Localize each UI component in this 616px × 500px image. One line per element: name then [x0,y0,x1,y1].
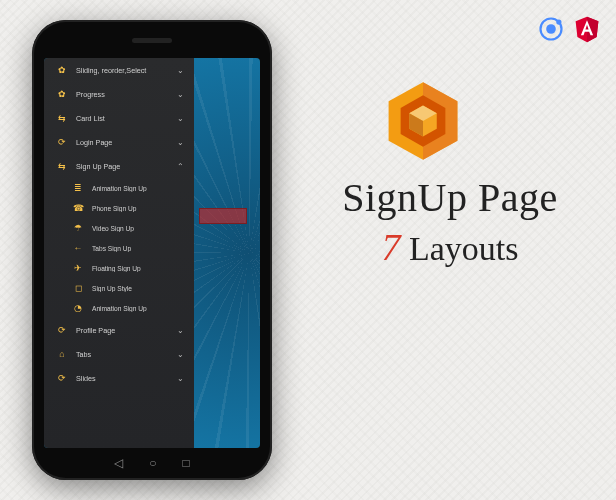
home-icon: ⌂ [56,349,68,359]
chevron-down-icon: ⌄ [177,350,184,359]
submenu-item-label: Video Sign Up [92,225,184,232]
svg-point-2 [556,19,561,24]
menu-item-label: Tabs [76,350,169,359]
phone-speaker [132,38,172,43]
chevron-down-icon: ⌄ [177,66,184,75]
marketing-title: SignUp Page 7 Layouts [310,174,590,269]
chevron-down-icon: ⌄ [177,114,184,123]
chevron-down-icon: ⌄ [177,90,184,99]
back-icon[interactable]: ◁ [114,456,123,470]
navigation-drawer[interactable]: ✿ Sliding, reorder,Select ⌄ ✿ Progress ⌄… [44,58,194,448]
submenu-item-label: Phone Sign Up [92,205,184,212]
submenu-item-video-signup[interactable]: ☂ Video Sign Up [44,218,194,238]
menu-item-label: Sliding, reorder,Select [76,66,169,75]
clock-icon: ◔ [72,303,84,313]
submenu-item-label: Sign Up Style [92,285,184,292]
refresh-icon: ⟳ [56,373,68,383]
menu-item-label: Login Page [76,138,169,147]
submenu-item-label: Animation Sign Up [92,185,184,192]
submenu-item-label: Animation Sign Up [92,305,184,312]
arrow-left-icon: ← [72,243,84,253]
submenu-item-tabs-signup[interactable]: ← Tabs Sign Up [44,238,194,258]
chevron-up-icon: ⌃ [177,162,184,171]
submenu-item-label: Floating Sign Up [92,265,184,272]
menu-item-signup-page[interactable]: ⇆ Sign Up Page ⌃ [44,154,194,178]
android-nav-bar: ◁ ○ □ [114,456,190,470]
list-icon: ≣ [72,183,84,193]
chevron-down-icon: ⌄ [177,374,184,383]
submenu-item-animation-signup-2[interactable]: ◔ Animation Sign Up [44,298,194,318]
menu-item-label: Card List [76,114,169,123]
menu-item-label: Slides [76,374,169,383]
submenu-item-label: Tabs Sign Up [92,245,184,252]
flower-icon: ✿ [56,89,68,99]
refresh-icon: ⟳ [56,325,68,335]
ionic-logo-icon [536,14,566,44]
phone-mockup: ✿ Sliding, reorder,Select ⌄ ✿ Progress ⌄… [32,20,272,480]
svg-point-1 [546,24,556,34]
submenu-item-animation-signup[interactable]: ≣ Animation Sign Up [44,178,194,198]
title-line-2: 7 Layouts [310,225,590,269]
menu-item-slides[interactable]: ⟳ Slides ⌄ [44,366,194,390]
phone-screen: ✿ Sliding, reorder,Select ⌄ ✿ Progress ⌄… [44,58,260,448]
home-icon[interactable]: ○ [149,456,156,470]
title-line-1: SignUp Page [310,174,590,221]
angular-logo-icon [572,14,602,44]
layout-word: Layouts [400,230,518,267]
menu-item-tabs[interactable]: ⌂ Tabs ⌄ [44,342,194,366]
menu-item-label: Profile Page [76,326,169,335]
flower-icon: ✿ [56,65,68,75]
menu-item-progress[interactable]: ✿ Progress ⌄ [44,82,194,106]
product-hexagon-logo-icon [380,78,466,164]
refresh-icon: ⟳ [56,137,68,147]
recents-icon[interactable]: □ [183,456,190,470]
framework-logos [536,14,602,44]
menu-item-sliding[interactable]: ✿ Sliding, reorder,Select ⌄ [44,58,194,82]
plane-icon: ✈ [72,263,84,273]
menu-item-label: Sign Up Page [76,162,169,171]
submenu-item-phone-signup[interactable]: ☎ Phone Sign Up [44,198,194,218]
signup-submenu: ≣ Animation Sign Up ☎ Phone Sign Up ☂ Vi… [44,178,194,318]
phone-icon: ☎ [72,203,84,213]
square-icon: ◻ [72,283,84,293]
menu-item-label: Progress [76,90,169,99]
submenu-item-signup-style[interactable]: ◻ Sign Up Style [44,278,194,298]
chevron-down-icon: ⌄ [177,326,184,335]
menu-item-profile-page[interactable]: ⟳ Profile Page ⌄ [44,318,194,342]
layout-count: 7 [381,226,400,268]
red-overlay-patch [199,208,247,224]
submenu-item-floating-signup[interactable]: ✈ Floating Sign Up [44,258,194,278]
shuffle-icon: ⇆ [56,113,68,123]
chevron-down-icon: ⌄ [177,138,184,147]
umbrella-icon: ☂ [72,223,84,233]
menu-item-login-page[interactable]: ⟳ Login Page ⌄ [44,130,194,154]
shuffle-icon: ⇆ [56,161,68,171]
menu-item-card-list[interactable]: ⇆ Card List ⌄ [44,106,194,130]
